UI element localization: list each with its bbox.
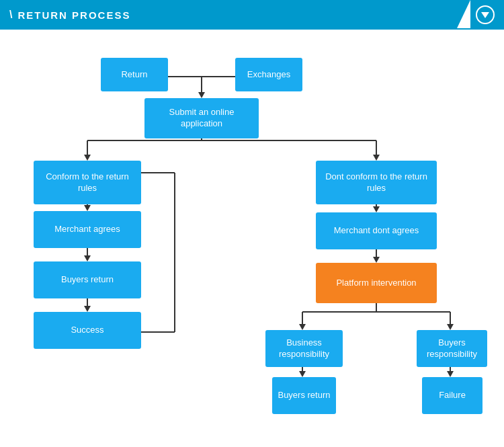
main-content: Return Exchanges Submit an online applic… — [0, 30, 504, 447]
business-box: Business responsibility — [265, 330, 343, 367]
merchant-dont-box: Merchant dont agrees — [316, 212, 437, 249]
page-header: \ RETURN PROCESS — [0, 0, 504, 30]
svg-marker-33 — [447, 371, 454, 377]
dont-conform-box: Dont conform to the return rules — [316, 161, 437, 204]
conform-box: Conform to the return rules — [34, 161, 141, 204]
platform-box: Platform intervention — [316, 263, 437, 303]
svg-marker-7 — [84, 155, 91, 161]
svg-marker-29 — [447, 324, 454, 330]
return-box: Return — [101, 58, 168, 91]
failure-box: Failure — [422, 377, 482, 414]
chevron-down-icon[interactable] — [476, 5, 495, 24]
chevron-shape — [481, 12, 489, 18]
svg-marker-21 — [373, 206, 380, 212]
svg-marker-9 — [373, 155, 380, 161]
buyers-return-mid-box: Buyers return — [272, 377, 336, 414]
success-box: Success — [34, 312, 141, 349]
buyers-return-left-box: Buyers return — [34, 261, 141, 298]
submit-box: Submit an online application — [144, 98, 259, 138]
svg-marker-23 — [373, 257, 380, 263]
svg-marker-11 — [84, 205, 91, 211]
header-slash: \ — [9, 9, 12, 21]
page-title: RETURN PROCESS — [17, 9, 130, 21]
svg-marker-2 — [198, 92, 205, 98]
flowchart: Return Exchanges Submit an online applic… — [20, 43, 484, 447]
svg-marker-15 — [84, 306, 91, 312]
svg-marker-13 — [84, 255, 91, 261]
merchant-agrees-box: Merchant agrees — [34, 211, 141, 248]
svg-marker-31 — [299, 371, 306, 377]
buyers-resp-box: Buyers responsibility — [417, 330, 487, 367]
svg-marker-27 — [299, 324, 306, 330]
header-title-area: \ RETURN PROCESS — [9, 9, 130, 21]
exchanges-box: Exchanges — [235, 58, 302, 91]
